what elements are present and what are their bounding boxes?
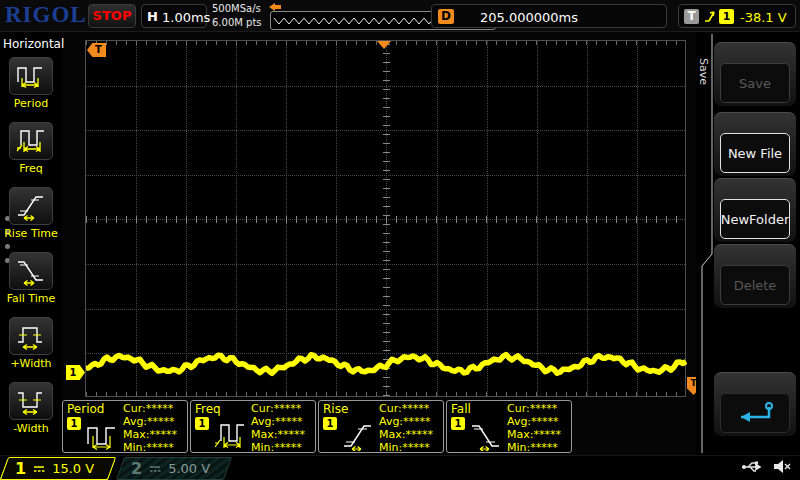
trigger-label: T bbox=[684, 9, 699, 24]
acquisition-info: 500MSa/s 6.00M pts bbox=[212, 2, 262, 30]
channel-number: 2 bbox=[131, 459, 142, 478]
preview-position-arrow bbox=[269, 3, 282, 11]
waveform-trace bbox=[86, 41, 687, 398]
delay-badge: D bbox=[438, 9, 454, 24]
speaker-muted-icon bbox=[772, 459, 792, 474]
neg-width-icon bbox=[15, 386, 47, 416]
delay-value: 205.000000ms bbox=[480, 10, 578, 25]
stat-avg: Avg:***** bbox=[507, 415, 561, 428]
top-status-bar: RIGOL STOP H 1.00ms 500MSa/s 6.00M pts D… bbox=[0, 0, 800, 32]
menu-item-label: +Width bbox=[0, 357, 62, 370]
rising-edge-trigger-icon bbox=[703, 9, 717, 24]
stat-min: Min:***** bbox=[507, 441, 561, 454]
trigger-position-marker[interactable] bbox=[377, 41, 391, 49]
usb-icon bbox=[740, 460, 764, 473]
memory-depth: 6.00M pts bbox=[212, 16, 262, 30]
measurement-name: Freq bbox=[195, 402, 221, 416]
period-icon bbox=[85, 419, 119, 451]
horizontal-label: H bbox=[147, 9, 158, 24]
graticule: T bbox=[85, 40, 686, 397]
channel1-trace-marker[interactable]: 1 bbox=[66, 365, 85, 380]
rigol-logo: RIGOL bbox=[5, 2, 87, 28]
menu-tab-outline bbox=[696, 32, 716, 455]
period-icon bbox=[15, 61, 47, 91]
trigger-level-value: -38.1 V bbox=[740, 10, 787, 25]
save-button[interactable]: Save bbox=[720, 63, 790, 103]
new-folder-button[interactable]: NewFolder bbox=[720, 199, 790, 239]
measure-menu: Horizontal Period Freq Rise Time bbox=[0, 32, 62, 455]
menu-key-new-file[interactable]: New File bbox=[714, 112, 796, 176]
channel-1-label[interactable]: 1 15.0 V bbox=[0, 457, 116, 480]
measurement-name: Rise bbox=[323, 402, 348, 416]
stat-avg: Avg:***** bbox=[251, 415, 305, 428]
stat-min: Min:***** bbox=[379, 441, 433, 454]
channel-number: 1 bbox=[15, 459, 26, 478]
measurement-panel-freq[interactable]: Freq 1 Cur:***** Avg:***** Max:***** Min… bbox=[190, 400, 316, 453]
menu-key-new-folder[interactable]: NewFolder bbox=[714, 178, 796, 242]
dc-coupling-icon bbox=[32, 464, 46, 474]
channel-scale: 15.0 V bbox=[52, 461, 94, 476]
stat-avg: Avg:***** bbox=[379, 415, 433, 428]
dc-coupling-icon bbox=[148, 464, 162, 474]
save-menu: Save Save New File NewFolder Delete bbox=[696, 32, 800, 455]
menu-item-fall-time[interactable]: Fall Time bbox=[0, 252, 62, 305]
freq-icon bbox=[213, 419, 247, 451]
measurement-name: Fall bbox=[451, 402, 471, 416]
stat-min: Min:***** bbox=[123, 441, 177, 454]
return-arrow-icon bbox=[731, 400, 779, 426]
channel-2-label[interactable]: 2 5.00 V bbox=[116, 457, 232, 480]
rise-time-icon bbox=[341, 419, 375, 451]
menu-item-label: -Width bbox=[0, 422, 62, 435]
menu-item-label: Fall Time bbox=[0, 292, 62, 305]
rise-time-icon bbox=[15, 191, 47, 221]
menu-tab-title: Save bbox=[697, 58, 710, 85]
fall-time-icon bbox=[469, 419, 503, 451]
stat-avg: Avg:***** bbox=[123, 415, 177, 428]
measurement-panel-fall[interactable]: Fall 1 Cur:***** Avg:***** Max:***** Min… bbox=[446, 400, 572, 453]
trigger-readout-box[interactable]: T 1 -38.1 V bbox=[678, 4, 796, 28]
trigger-source-badge: 1 bbox=[719, 9, 734, 24]
stat-cur: Cur:***** bbox=[251, 402, 305, 415]
measurement-name: Period bbox=[67, 402, 104, 416]
stat-min: Min:***** bbox=[251, 441, 305, 454]
menu-item-label: Rise Time bbox=[0, 227, 62, 240]
menu-item-period[interactable]: Period bbox=[0, 57, 62, 110]
fall-time-icon bbox=[15, 256, 47, 286]
stat-max: Max:***** bbox=[251, 428, 305, 441]
menu-item-neg-width[interactable]: -Width bbox=[0, 382, 62, 435]
oscilloscope-screen: RIGOL STOP H 1.00ms 500MSa/s 6.00M pts D… bbox=[0, 0, 800, 480]
freq-icon bbox=[15, 126, 47, 156]
channel-status-bar: 1 15.0 V 2 5.00 V bbox=[0, 455, 800, 480]
menu-item-pos-width[interactable]: +Width bbox=[0, 317, 62, 370]
menu-item-rise-time[interactable]: Rise Time bbox=[0, 187, 62, 240]
pos-width-icon bbox=[15, 321, 47, 351]
measurement-panel-rise[interactable]: Rise 1 Cur:***** Avg:***** Max:***** Min… bbox=[318, 400, 444, 453]
stat-max: Max:***** bbox=[379, 428, 433, 441]
stat-cur: Cur:***** bbox=[507, 402, 561, 415]
menu-item-freq[interactable]: Freq bbox=[0, 122, 62, 175]
stat-cur: Cur:***** bbox=[123, 402, 177, 415]
stat-max: Max:***** bbox=[123, 428, 177, 441]
menu-item-label: Period bbox=[0, 97, 62, 110]
menu-item-label: Freq bbox=[0, 162, 62, 175]
delete-button[interactable]: Delete bbox=[720, 265, 790, 305]
timebase-value: 1.00ms bbox=[162, 10, 210, 25]
run-state-indicator[interactable]: STOP bbox=[88, 4, 136, 28]
menu-key-save[interactable]: Save bbox=[714, 42, 796, 106]
menu-key-delete[interactable]: Delete bbox=[714, 244, 796, 308]
delay-readout-box[interactable]: D 205.000000ms bbox=[431, 4, 667, 28]
stat-cur: Cur:***** bbox=[379, 402, 433, 415]
return-button[interactable] bbox=[720, 393, 790, 433]
measurement-source-badge: 1 bbox=[67, 417, 81, 430]
horizontal-timebase-box[interactable]: H 1.00ms bbox=[141, 4, 207, 28]
measurement-source-badge: 1 bbox=[323, 417, 337, 430]
measurement-source-badge: 1 bbox=[451, 417, 465, 430]
sample-rate: 500MSa/s bbox=[212, 2, 262, 16]
measure-menu-title: Horizontal bbox=[3, 37, 64, 51]
stat-max: Max:***** bbox=[507, 428, 561, 441]
measurement-panel-period[interactable]: Period 1 Cur:***** Avg:***** Max:***** M… bbox=[62, 400, 188, 453]
channel-scale: 5.00 V bbox=[168, 461, 210, 476]
menu-key-return[interactable] bbox=[714, 372, 796, 436]
measurement-source-badge: 1 bbox=[195, 417, 209, 430]
new-file-button[interactable]: New File bbox=[720, 133, 790, 173]
